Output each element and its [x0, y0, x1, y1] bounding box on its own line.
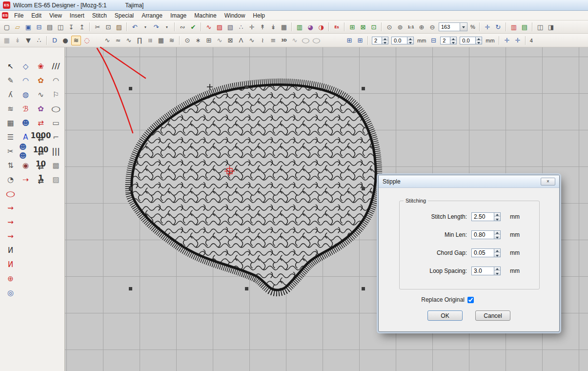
- outline-stitch-icon[interactable]: ∿: [204, 22, 214, 32]
- mesh-edit-icon[interactable]: ▦: [3, 117, 18, 129]
- spinner-dn-icon[interactable]: [494, 252, 500, 257]
- chord-gap-field[interactable]: [471, 248, 501, 257]
- menu-arrange[interactable]: Arrange: [138, 11, 166, 20]
- spacing-1000-icon[interactable]: 1000 ⇄: [34, 131, 48, 144]
- undo-dropdown-icon[interactable]: ▾: [141, 22, 150, 32]
- menu-insert[interactable]: Insert: [66, 11, 88, 20]
- pattern-fill-icon[interactable]: ▨: [49, 173, 63, 186]
- dialog-titlebar[interactable]: Stipple ×: [379, 175, 559, 188]
- save-design-icon[interactable]: ▣: [23, 22, 33, 32]
- spacing-100-icon[interactable]: 100 ⇄: [34, 145, 48, 158]
- selection-handle[interactable]: [362, 287, 365, 290]
- zoom-in-icon[interactable]: ⊕: [417, 22, 426, 32]
- open-fill-icon[interactable]: ▧: [225, 22, 235, 32]
- move-design-icon[interactable]: ✛: [502, 36, 512, 45]
- branching-icon[interactable]: ʎ: [3, 88, 18, 101]
- team-names-icon[interactable]: ☻☻: [19, 145, 33, 158]
- florentine-effect-icon[interactable]: ≀: [258, 36, 267, 45]
- hoop-tool-icon[interactable]: ◉: [19, 159, 33, 172]
- open-design-icon[interactable]: ▱: [13, 22, 22, 32]
- product-es-icon[interactable]: Es: [332, 22, 342, 32]
- menu-machine[interactable]: Machine: [190, 11, 220, 20]
- cancel-button[interactable]: Cancel: [475, 310, 510, 321]
- document-icon[interactable]: ES: [2, 12, 8, 19]
- select-object-icon[interactable]: ↖: [3, 60, 18, 73]
- zoom-out-icon[interactable]: ⊖: [427, 22, 437, 32]
- target-ring-icon[interactable]: ◎: [3, 287, 18, 299]
- menu-special[interactable]: Special: [111, 11, 138, 20]
- letter-d-icon[interactable]: D: [50, 36, 60, 45]
- satin-fill-icon[interactable]: ▨: [215, 22, 224, 32]
- repeat-count-field[interactable]: [440, 37, 457, 44]
- print-icon[interactable]: ▤: [45, 22, 55, 32]
- chord-gap-field-input[interactable]: [471, 248, 494, 257]
- cut-icon[interactable]: ✂: [93, 22, 102, 32]
- run-stitch-icon[interactable]: ⇝: [3, 202, 18, 214]
- zoom-box-icon[interactable]: ⊚: [395, 22, 405, 32]
- offset-count-field-input[interactable]: [372, 37, 382, 44]
- zoom-1to1-icon[interactable]: 1:1: [406, 22, 416, 32]
- fan-stitch-icon[interactable]: ◔: [3, 173, 18, 186]
- menu-view[interactable]: View: [45, 11, 66, 20]
- ellipse-red-icon[interactable]: ○: [0, 187, 21, 200]
- insert-stitch-icon[interactable]: ↡: [13, 36, 22, 45]
- ok-button[interactable]: OK: [427, 310, 463, 321]
- needle-points-icon[interactable]: ↡: [268, 22, 278, 32]
- show-hoop-icon[interactable]: ⊡: [369, 22, 379, 32]
- menu-stitch[interactable]: Stitch: [88, 11, 111, 20]
- closed-curve-icon[interactable]: ◠: [19, 74, 33, 87]
- spinner-up-icon[interactable]: [494, 249, 500, 253]
- selection-handle[interactable]: [129, 287, 132, 290]
- spacing-1-icon[interactable]: 1 ⇄: [34, 173, 48, 186]
- selection-handle[interactable]: [129, 87, 132, 90]
- column-stitch-icon[interactable]: |||: [49, 145, 63, 158]
- loop-spacing-field-input[interactable]: [471, 267, 494, 275]
- trapunto-icon[interactable]: ∿: [247, 36, 257, 45]
- effect-3d-icon[interactable]: 3D: [279, 36, 289, 45]
- arc-digitize-icon[interactable]: ◠: [49, 74, 63, 87]
- cross-stitch-icon[interactable]: ⊞: [204, 36, 214, 45]
- ellipse-tool-icon[interactable]: ○: [45, 103, 67, 115]
- dense-lines-icon[interactable]: ☰: [3, 131, 18, 144]
- contour-fill-icon[interactable]: ∿: [215, 36, 224, 45]
- zigzag-open-icon[interactable]: ≋: [3, 103, 18, 115]
- stipple-fill[interactable]: [119, 72, 382, 301]
- elastic-lettering-icon[interactable]: ⇅: [3, 159, 18, 172]
- motif-ring-icon[interactable]: ⊙: [182, 36, 192, 45]
- spinner-dn-icon[interactable]: [494, 270, 500, 275]
- selection-handle[interactable]: [362, 187, 365, 190]
- redo-dropdown-icon[interactable]: ▾: [162, 22, 172, 32]
- applique-icon[interactable]: ⊠: [225, 36, 235, 45]
- selection-handle[interactable]: [245, 85, 248, 89]
- head-design-icon[interactable]: ☻: [19, 117, 33, 129]
- thread-colors-icon[interactable]: ◑: [316, 22, 326, 32]
- move-hoop-icon[interactable]: ✛: [513, 36, 523, 45]
- flower-digitize-icon[interactable]: ❀: [34, 60, 48, 73]
- replace-original-checkbox[interactable]: [467, 297, 474, 303]
- export-machine-icon[interactable]: ↥: [77, 22, 87, 32]
- new-design-icon[interactable]: ▢: [2, 22, 12, 32]
- design-green-icon[interactable]: ▤: [520, 22, 529, 32]
- grid-layout2-icon[interactable]: ⊞: [355, 36, 365, 45]
- repeat-length-field-input[interactable]: [460, 37, 475, 44]
- spinner-dn-icon[interactable]: [494, 234, 500, 239]
- menu-window[interactable]: Window: [221, 11, 249, 20]
- spinner-up-icon[interactable]: [494, 231, 500, 235]
- zoom-dropdown-icon[interactable]: [460, 22, 467, 31]
- check-design-icon[interactable]: ✔: [188, 22, 198, 32]
- triple-run-icon[interactable]: ⇝: [3, 216, 18, 228]
- pattern-stamp-icon[interactable]: ▩: [49, 159, 63, 172]
- press-foot-icon[interactable]: ⌐: [49, 131, 63, 144]
- dialog-close-button[interactable]: ×: [541, 178, 555, 186]
- overview-window-icon[interactable]: ▥: [295, 22, 304, 32]
- offset-count-field[interactable]: [372, 37, 388, 44]
- spinner-dn-icon[interactable]: [407, 40, 413, 44]
- motif-run2-icon[interactable]: ⇝: [3, 230, 18, 243]
- redo-icon[interactable]: ↷: [151, 22, 161, 32]
- freehand-select-icon[interactable]: ✎: [3, 74, 18, 87]
- dot-tool-icon[interactable]: ●: [61, 36, 70, 45]
- color-film-icon[interactable]: ◕: [305, 22, 315, 32]
- stitch-length-field[interactable]: [471, 212, 501, 221]
- undo-icon[interactable]: ↶: [130, 22, 140, 32]
- penetrations-icon[interactable]: ↟: [258, 22, 267, 32]
